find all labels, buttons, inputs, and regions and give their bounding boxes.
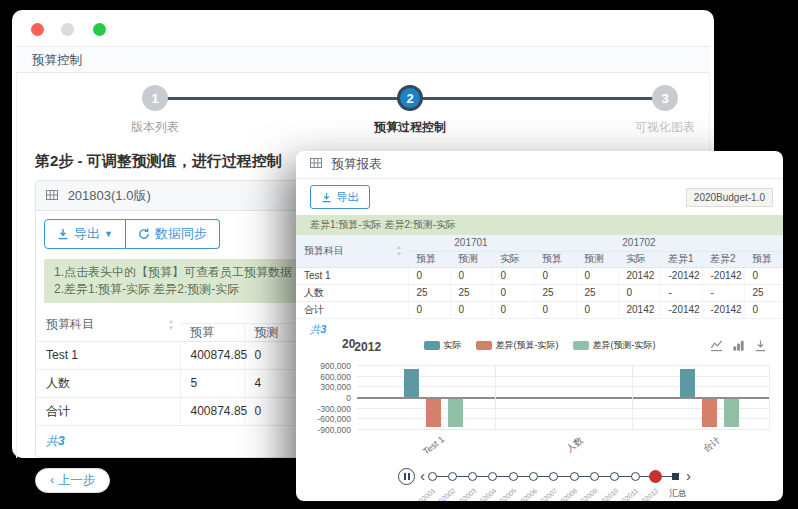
cell-value: 25 xyxy=(534,284,576,301)
timeline-label: 汇总 xyxy=(670,488,700,500)
timeline-point[interactable] xyxy=(631,472,640,481)
cell-value: - xyxy=(702,284,744,301)
stepper-step-1[interactable]: 1 xyxy=(142,85,168,111)
cell-value: 20142 xyxy=(618,267,660,284)
cell-value: 0 xyxy=(576,301,618,318)
stepper-step-label: 版本列表 xyxy=(85,119,225,136)
download-icon xyxy=(321,192,332,203)
timeline-point[interactable] xyxy=(570,472,579,481)
timeline-point[interactable] xyxy=(448,472,457,481)
report-title: 预算报表 xyxy=(331,157,381,171)
refresh-icon xyxy=(138,228,150,240)
cell-value: -20142 xyxy=(702,267,744,284)
grid-icon xyxy=(46,189,58,201)
play-pause-button[interactable] xyxy=(398,468,415,485)
stepper-step-3[interactable]: 3 xyxy=(652,85,678,111)
stepper-step-2[interactable]: 2 xyxy=(397,85,423,111)
cell-value: 0 xyxy=(576,267,618,284)
previous-step-button[interactable]: ‹ 上一步 xyxy=(35,468,110,493)
minimize-button[interactable] xyxy=(61,23,74,36)
table-row: 人数2525025250--25 xyxy=(296,284,783,301)
month-group-header: 201702 xyxy=(534,235,744,251)
bar-chart: 202012 实际差异(预算-实际)差异(预测-实际) 900,000600,0… xyxy=(296,337,783,501)
column-header-subject[interactable]: 预算科目▲▼ xyxy=(36,309,180,341)
timeline-point[interactable] xyxy=(488,472,497,481)
cell-value: 0 xyxy=(492,284,534,301)
export-dropdown-button[interactable]: 导出▼ xyxy=(44,219,126,249)
timeline-point[interactable] xyxy=(509,472,518,481)
cell-value: 5 xyxy=(180,369,244,397)
timeline-current-point[interactable] xyxy=(649,470,662,483)
bar-差异(预测-实际) xyxy=(448,399,463,427)
report-export-button[interactable]: 导出 xyxy=(310,185,370,209)
stepper: 1版本列表2预算过程控制3可视化图表 xyxy=(17,73,709,138)
timeline-point[interactable] xyxy=(590,472,599,481)
legend-item[interactable]: 实际 xyxy=(424,339,462,352)
cell-value: 0 xyxy=(244,397,302,425)
column-header-实际[interactable]: 实际 xyxy=(492,251,534,267)
cell-value: 25 xyxy=(576,284,618,301)
column-header-差异2[interactable]: 差异2 xyxy=(702,251,744,267)
table-row: 合计0000020142-20142-201420 xyxy=(296,301,783,318)
column-header-预算[interactable]: 预算 xyxy=(534,251,576,267)
sort-icon[interactable]: ▲▼ xyxy=(396,244,402,258)
legend-swatch xyxy=(476,341,492,350)
timeline-point[interactable] xyxy=(428,472,437,481)
cell-value: 400874.85 xyxy=(180,341,244,369)
cell-value: 0 xyxy=(492,267,534,284)
timeline-point[interactable] xyxy=(610,472,619,481)
column-header-预算[interactable]: 预算 xyxy=(744,251,783,267)
cell-value: 25 xyxy=(408,284,450,301)
timeline-point[interactable] xyxy=(529,472,538,481)
cell-value: -20142 xyxy=(660,301,702,318)
column-header-subject[interactable]: 预算科目▲▼ xyxy=(296,235,408,267)
report-notice-banner: 差异1:预算-实际 差异2:预测-实际 xyxy=(296,215,783,235)
line-chart-icon[interactable] xyxy=(710,339,723,352)
report-table: 预算科目▲▼201701201702预算预测实际预算预测实际差异1差异2预算Te… xyxy=(296,235,783,319)
timeline-point[interactable] xyxy=(468,472,477,481)
y-tick-label: 900,000 xyxy=(296,361,351,371)
column-header-实际[interactable]: 实际 xyxy=(618,251,660,267)
column-header-预算[interactable]: 预算 xyxy=(180,323,244,341)
legend-swatch xyxy=(424,341,440,350)
column-header-预测[interactable]: 预测 xyxy=(576,251,618,267)
month-group-header xyxy=(744,235,783,251)
timeline-prev-arrow[interactable]: ‹ xyxy=(420,466,425,486)
download-icon xyxy=(57,228,69,240)
stepper-step-label: 可视化图表 xyxy=(595,119,735,136)
cell-value: -20142 xyxy=(702,301,744,318)
cell-value: 4 xyxy=(244,369,302,397)
legend-item[interactable]: 差异(预测-实际) xyxy=(573,339,656,352)
legend-swatch xyxy=(573,341,589,350)
cell-value: 0 xyxy=(244,341,302,369)
cell-value: 0 xyxy=(408,301,450,318)
grid-icon xyxy=(310,157,322,169)
column-header-预测[interactable]: 预测 xyxy=(244,323,302,341)
timeline-summary-point[interactable] xyxy=(672,473,679,480)
bar-chart-icon[interactable] xyxy=(732,339,745,352)
grid-split-line xyxy=(769,365,770,429)
bar-实际 xyxy=(680,369,695,397)
column-header-预算[interactable]: 预算 xyxy=(408,251,450,267)
budget-version-label[interactable]: 2020Budget-1.0 xyxy=(686,188,773,207)
budget-report-window: 预算报表 导出 2020Budget-1.0 差异1:预算-实际 差异2:预测-… xyxy=(296,151,783,501)
month-group-header: 201701 xyxy=(408,235,534,251)
titlebar xyxy=(12,10,714,46)
timeline-next-arrow[interactable]: › xyxy=(686,466,691,486)
sort-icon[interactable]: ▲▼ xyxy=(168,318,174,332)
column-header-差异1[interactable]: 差异1 xyxy=(660,251,702,267)
stage: 预算控制 1版本列表2预算过程控制3可视化图表 第2步 - 可调整预测值，进行过… xyxy=(0,0,798,509)
close-button[interactable] xyxy=(31,23,44,36)
timeline-point[interactable] xyxy=(549,472,558,481)
save-image-icon[interactable] xyxy=(754,339,767,352)
y-tick-label: -300,000 xyxy=(296,404,351,414)
bar-实际 xyxy=(404,369,419,397)
data-sync-button[interactable]: 数据同步 xyxy=(126,219,220,249)
cell-value: 0 xyxy=(534,267,576,284)
legend-item[interactable]: 差异(预算-实际) xyxy=(476,339,559,352)
x-axis: Test 1人数合计 xyxy=(357,432,770,456)
column-header-预测[interactable]: 预测 xyxy=(450,251,492,267)
fullscreen-button[interactable] xyxy=(93,23,106,36)
version-panel-title: 201803(1.0版) xyxy=(68,188,151,203)
gridline xyxy=(357,365,770,366)
